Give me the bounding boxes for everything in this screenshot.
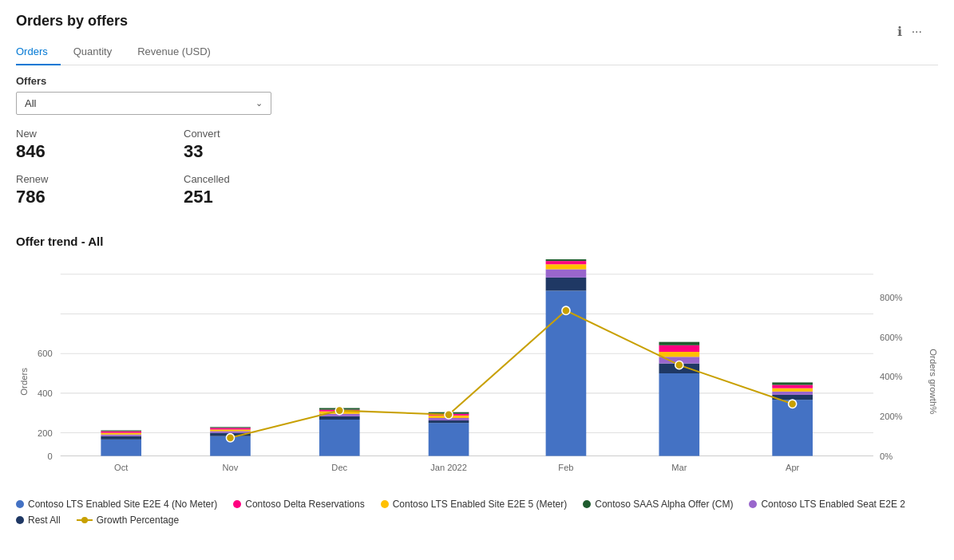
chevron-down-icon: ⌄	[255, 98, 263, 108]
header-actions: ℹ ···	[897, 24, 922, 39]
svg-rect-26	[101, 435, 141, 436]
legend-dot-contoso-saas-alpha	[583, 500, 591, 508]
svg-point-66	[226, 434, 234, 442]
tab-quantity[interactable]: Quantity	[73, 39, 125, 65]
stat-cancelled: Cancelled 251	[184, 173, 351, 207]
chart-container: 0 200 400 600 Orders 0% 200% 400% 600% 8…	[16, 258, 938, 489]
tab-revenue[interactable]: Revenue (USD)	[137, 39, 224, 65]
svg-rect-50	[546, 270, 587, 278]
legend-dot-contoso-lts-e2e4	[16, 500, 24, 508]
svg-text:400%: 400%	[880, 372, 902, 381]
svg-rect-36	[319, 420, 360, 456]
legend-item-contoso-lts-seat: Contoso LTS Enabled Seat E2E 2	[749, 499, 905, 510]
tab-orders[interactable]: Orders	[16, 39, 61, 65]
svg-point-70	[675, 361, 683, 369]
svg-rect-34	[210, 428, 251, 429]
svg-rect-43	[429, 420, 469, 423]
svg-text:Feb: Feb	[558, 463, 573, 472]
more-icon[interactable]: ···	[912, 25, 922, 39]
svg-text:400: 400	[38, 388, 53, 398]
legend-item-contoso-lts-e2e4: Contoso LTS Enabled Site E2E 4 (No Meter…	[16, 499, 217, 510]
legend-item-contoso-saas-alpha: Contoso SAAS Alpha Offer (CM)	[583, 499, 733, 510]
legend-item-contoso-delta: Contoso Delta Reservations	[233, 499, 364, 510]
svg-text:Nov: Nov	[223, 463, 239, 472]
info-icon[interactable]: ℹ	[897, 24, 902, 39]
svg-rect-58	[659, 345, 699, 352]
legend-line-growth	[77, 519, 93, 521]
svg-rect-65	[772, 382, 813, 385]
offers-dropdown[interactable]: All ⌄	[16, 92, 271, 115]
svg-rect-42	[429, 423, 469, 455]
svg-text:Apr: Apr	[786, 463, 800, 472]
svg-rect-33	[210, 429, 251, 431]
legend-label-contoso-lts-e2e4: Contoso LTS Enabled Site E2E 4 (No Meter…	[28, 499, 217, 510]
legend-label-contoso-lts-seat: Contoso LTS Enabled Seat E2E 2	[761, 499, 905, 510]
stat-cancelled-value: 251	[184, 187, 351, 207]
legend-item-rest-all: Rest All	[16, 515, 61, 526]
legend-item-growth: Growth Percentage	[77, 515, 179, 526]
svg-rect-49	[546, 278, 587, 291]
svg-text:Oct: Oct	[114, 463, 129, 472]
svg-point-67	[335, 406, 343, 414]
svg-rect-37	[319, 416, 360, 420]
svg-rect-54	[659, 373, 699, 456]
legend-label-rest-all: Rest All	[28, 515, 61, 526]
legend-dot-rest-all	[16, 516, 24, 524]
svg-rect-63	[772, 388, 813, 392]
svg-rect-64	[772, 385, 813, 388]
legend-label-contoso-delta: Contoso Delta Reservations	[245, 499, 364, 510]
svg-text:Orders growth%: Orders growth%	[928, 349, 938, 414]
chart-legend: Contoso LTS Enabled Site E2E 4 (No Meter…	[16, 499, 938, 526]
svg-rect-53	[546, 259, 587, 261]
legend-dot-contoso-delta	[233, 500, 241, 508]
svg-text:200: 200	[38, 428, 53, 438]
svg-text:Orders: Orders	[19, 368, 29, 396]
svg-rect-27	[101, 433, 141, 435]
legend-label-contoso-saas-alpha: Contoso SAAS Alpha Offer (CM)	[595, 499, 733, 510]
legend-item-contoso-lts-e2e5: Contoso LTS Enabled Site E2E 5 (Meter)	[381, 499, 568, 510]
stat-renew: Renew 786	[16, 173, 184, 207]
stat-renew-label: Renew	[16, 173, 184, 185]
svg-text:0: 0	[47, 452, 52, 461]
svg-rect-51	[546, 264, 587, 269]
legend-dot-contoso-lts-seat	[749, 500, 757, 508]
tabs: Orders Quantity Revenue (USD)	[16, 39, 938, 65]
svg-rect-62	[772, 392, 813, 395]
svg-rect-48	[546, 290, 587, 455]
legend-dot-contoso-lts-e2e5	[381, 500, 389, 508]
svg-text:600%: 600%	[880, 332, 902, 341]
dropdown-value: All	[25, 97, 36, 109]
svg-rect-57	[659, 352, 699, 357]
stat-convert-label: Convert	[184, 128, 351, 140]
svg-text:Mar: Mar	[671, 463, 687, 472]
svg-text:Dec: Dec	[331, 463, 347, 472]
stat-new-label: New	[16, 128, 184, 140]
stat-new-value: 846	[16, 141, 184, 162]
svg-text:600: 600	[38, 349, 53, 358]
svg-text:0%: 0%	[880, 452, 893, 461]
stat-convert: Convert 33	[184, 128, 351, 162]
svg-rect-29	[101, 430, 141, 431]
svg-point-69	[562, 306, 570, 314]
svg-rect-24	[101, 440, 141, 456]
chart-svg: 0 200 400 600 Orders 0% 200% 400% 600% 8…	[16, 258, 938, 489]
svg-rect-25	[101, 436, 141, 440]
stat-cancelled-label: Cancelled	[184, 173, 351, 185]
stat-renew-value: 786	[16, 187, 184, 207]
chart-title: Offer trend - All	[16, 235, 938, 248]
stats-grid: New 846 Convert 33 Renew 786 Cancelled 2…	[16, 128, 351, 219]
svg-text:200%: 200%	[880, 412, 902, 421]
page-title: Orders by offers	[16, 13, 938, 30]
svg-text:800%: 800%	[880, 293, 902, 302]
svg-rect-59	[659, 342, 699, 345]
svg-rect-32	[210, 432, 251, 433]
svg-point-68	[445, 411, 453, 419]
stat-convert-value: 33	[184, 141, 351, 162]
stat-new: New 846	[16, 128, 184, 162]
svg-rect-35	[210, 427, 251, 428]
svg-point-71	[789, 400, 797, 408]
legend-label-contoso-lts-e2e5: Contoso LTS Enabled Site E2E 5 (Meter)	[393, 499, 568, 510]
offers-label: Offers	[16, 75, 938, 87]
chart-section: Offer trend - All 0 200 400 600 Orders 0…	[16, 235, 938, 526]
svg-rect-52	[546, 261, 587, 264]
